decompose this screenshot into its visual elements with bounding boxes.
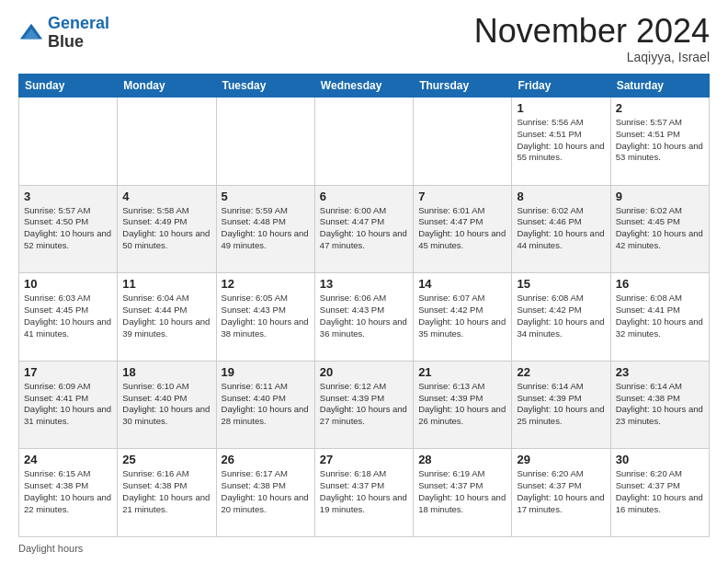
daylight-label: Daylight hours: [18, 543, 83, 554]
day-info: Sunrise: 6:11 AM Sunset: 4:40 PM Dayligh…: [222, 381, 310, 428]
weekday-header-sunday: Sunday: [19, 75, 118, 98]
day-cell: 6Sunrise: 6:00 AM Sunset: 4:47 PM Daylig…: [314, 185, 413, 273]
day-cell: 17Sunrise: 6:09 AM Sunset: 4:41 PM Dayli…: [19, 361, 118, 449]
day-number: 9: [616, 190, 704, 203]
day-cell: 30Sunrise: 6:20 AM Sunset: 4:37 PM Dayli…: [610, 449, 709, 537]
footer: Daylight hours: [18, 543, 710, 554]
day-info: Sunrise: 6:14 AM Sunset: 4:38 PM Dayligh…: [616, 381, 704, 428]
day-cell: 28Sunrise: 6:19 AM Sunset: 4:37 PM Dayli…: [414, 449, 512, 537]
day-number: 24: [24, 453, 112, 466]
day-cell: 1Sunrise: 5:56 AM Sunset: 4:51 PM Daylig…: [512, 98, 610, 186]
week-row-2: 3Sunrise: 5:57 AM Sunset: 4:50 PM Daylig…: [19, 185, 710, 273]
day-cell: 21Sunrise: 6:13 AM Sunset: 4:39 PM Dayli…: [414, 361, 512, 449]
week-row-4: 17Sunrise: 6:09 AM Sunset: 4:41 PM Dayli…: [19, 361, 710, 449]
day-number: 29: [517, 453, 605, 466]
day-info: Sunrise: 6:02 AM Sunset: 4:46 PM Dayligh…: [517, 205, 605, 252]
day-number: 13: [320, 277, 408, 291]
day-cell: 29Sunrise: 6:20 AM Sunset: 4:37 PM Dayli…: [512, 449, 610, 537]
day-number: 15: [517, 277, 605, 291]
day-cell: 8Sunrise: 6:02 AM Sunset: 4:46 PM Daylig…: [512, 185, 610, 273]
day-number: 27: [320, 453, 408, 466]
day-cell: 19Sunrise: 6:11 AM Sunset: 4:40 PM Dayli…: [216, 361, 314, 449]
day-number: 26: [222, 453, 310, 466]
day-cell: 5Sunrise: 5:59 AM Sunset: 4:48 PM Daylig…: [216, 185, 314, 273]
day-cell: 27Sunrise: 6:18 AM Sunset: 4:37 PM Dayli…: [314, 449, 413, 537]
day-number: 19: [222, 365, 310, 379]
day-number: 14: [418, 277, 506, 291]
day-cell: 11Sunrise: 6:04 AM Sunset: 4:44 PM Dayli…: [118, 273, 216, 362]
day-info: Sunrise: 5:57 AM Sunset: 4:50 PM Dayligh…: [24, 205, 112, 252]
day-cell: [118, 98, 216, 186]
day-number: 11: [122, 277, 210, 291]
day-info: Sunrise: 5:56 AM Sunset: 4:51 PM Dayligh…: [517, 117, 605, 164]
day-number: 10: [24, 277, 112, 291]
weekday-header-tuesday: Tuesday: [216, 75, 314, 98]
day-cell: 12Sunrise: 6:05 AM Sunset: 4:43 PM Dayli…: [216, 273, 314, 362]
day-cell: 13Sunrise: 6:06 AM Sunset: 4:43 PM Dayli…: [314, 273, 413, 362]
weekday-header-row: SundayMondayTuesdayWednesdayThursdayFrid…: [19, 75, 710, 98]
day-cell: 16Sunrise: 6:08 AM Sunset: 4:41 PM Dayli…: [610, 273, 709, 362]
day-number: 6: [320, 190, 408, 203]
day-info: Sunrise: 6:20 AM Sunset: 4:37 PM Dayligh…: [517, 468, 605, 515]
day-cell: 9Sunrise: 6:02 AM Sunset: 4:45 PM Daylig…: [610, 185, 709, 273]
day-cell: [314, 98, 413, 186]
day-cell: 2Sunrise: 5:57 AM Sunset: 4:51 PM Daylig…: [610, 98, 709, 186]
title-block: November 2024 Laqiyya, Israel: [474, 15, 710, 64]
day-info: Sunrise: 6:09 AM Sunset: 4:41 PM Dayligh…: [24, 381, 112, 428]
logo: General Blue: [18, 15, 109, 52]
day-number: 8: [517, 190, 605, 203]
logo-line1: General: [48, 14, 109, 32]
day-cell: [414, 98, 512, 186]
day-cell: 7Sunrise: 6:01 AM Sunset: 4:47 PM Daylig…: [414, 185, 512, 273]
day-cell: 26Sunrise: 6:17 AM Sunset: 4:38 PM Dayli…: [216, 449, 314, 537]
day-info: Sunrise: 6:08 AM Sunset: 4:41 PM Dayligh…: [616, 293, 704, 339]
day-number: 3: [24, 190, 112, 203]
page: General Blue November 2024 Laqiyya, Isra…: [0, 0, 728, 563]
day-cell: 14Sunrise: 6:07 AM Sunset: 4:42 PM Dayli…: [414, 273, 512, 362]
day-info: Sunrise: 6:07 AM Sunset: 4:42 PM Dayligh…: [418, 293, 506, 339]
day-info: Sunrise: 6:19 AM Sunset: 4:37 PM Dayligh…: [418, 468, 506, 515]
day-info: Sunrise: 6:20 AM Sunset: 4:37 PM Dayligh…: [616, 468, 704, 515]
day-cell: 25Sunrise: 6:16 AM Sunset: 4:38 PM Dayli…: [118, 449, 216, 537]
day-info: Sunrise: 5:57 AM Sunset: 4:51 PM Dayligh…: [616, 117, 704, 164]
logo-line2: Blue: [48, 33, 109, 52]
day-info: Sunrise: 6:03 AM Sunset: 4:45 PM Dayligh…: [24, 293, 112, 339]
day-cell: [19, 98, 118, 186]
month-title: November 2024: [474, 15, 710, 48]
day-info: Sunrise: 6:13 AM Sunset: 4:39 PM Dayligh…: [418, 381, 506, 428]
header: General Blue November 2024 Laqiyya, Isra…: [18, 15, 710, 64]
logo-text: General Blue: [48, 15, 109, 52]
day-info: Sunrise: 6:12 AM Sunset: 4:39 PM Dayligh…: [320, 381, 408, 428]
day-cell: 3Sunrise: 5:57 AM Sunset: 4:50 PM Daylig…: [19, 185, 118, 273]
location: Laqiyya, Israel: [474, 50, 710, 64]
day-number: 21: [418, 365, 506, 379]
weekday-header-thursday: Thursday: [414, 75, 512, 98]
day-info: Sunrise: 6:02 AM Sunset: 4:45 PM Dayligh…: [616, 205, 704, 252]
week-row-1: 1Sunrise: 5:56 AM Sunset: 4:51 PM Daylig…: [19, 98, 710, 186]
day-number: 2: [616, 101, 704, 115]
day-info: Sunrise: 6:15 AM Sunset: 4:38 PM Dayligh…: [24, 468, 112, 515]
day-info: Sunrise: 6:05 AM Sunset: 4:43 PM Dayligh…: [222, 293, 310, 339]
day-info: Sunrise: 6:08 AM Sunset: 4:42 PM Dayligh…: [517, 293, 605, 339]
day-cell: 18Sunrise: 6:10 AM Sunset: 4:40 PM Dayli…: [118, 361, 216, 449]
day-number: 25: [122, 453, 210, 466]
day-info: Sunrise: 6:10 AM Sunset: 4:40 PM Dayligh…: [122, 381, 210, 428]
week-row-5: 24Sunrise: 6:15 AM Sunset: 4:38 PM Dayli…: [19, 449, 710, 537]
weekday-header-friday: Friday: [512, 75, 610, 98]
day-number: 22: [517, 365, 605, 379]
day-info: Sunrise: 6:04 AM Sunset: 4:44 PM Dayligh…: [122, 293, 210, 339]
day-number: 16: [616, 277, 704, 291]
calendar-table: SundayMondayTuesdayWednesdayThursdayFrid…: [18, 74, 710, 537]
weekday-header-monday: Monday: [118, 75, 216, 98]
weekday-header-saturday: Saturday: [610, 75, 709, 98]
day-cell: 24Sunrise: 6:15 AM Sunset: 4:38 PM Dayli…: [19, 449, 118, 537]
weekday-header-wednesday: Wednesday: [314, 75, 413, 98]
day-number: 12: [222, 277, 310, 291]
day-cell: 15Sunrise: 6:08 AM Sunset: 4:42 PM Dayli…: [512, 273, 610, 362]
day-info: Sunrise: 6:00 AM Sunset: 4:47 PM Dayligh…: [320, 205, 408, 252]
day-cell: 20Sunrise: 6:12 AM Sunset: 4:39 PM Dayli…: [314, 361, 413, 449]
day-number: 7: [418, 190, 506, 203]
day-info: Sunrise: 6:01 AM Sunset: 4:47 PM Dayligh…: [418, 205, 506, 252]
day-info: Sunrise: 6:16 AM Sunset: 4:38 PM Dayligh…: [122, 468, 210, 515]
day-number: 18: [122, 365, 210, 379]
